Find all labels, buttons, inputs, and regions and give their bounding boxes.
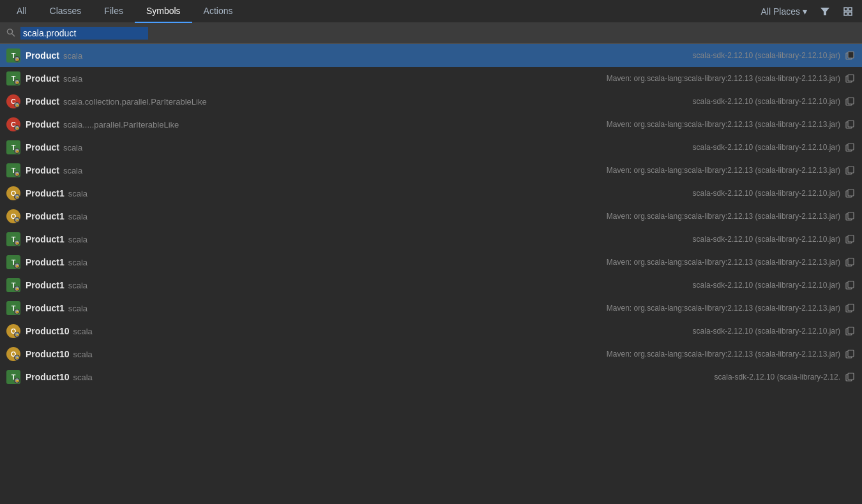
result-row[interactable]: T🔒ProductscalaMaven: org.scala-lang:scal… xyxy=(0,159,862,182)
tab-classes[interactable]: Classes xyxy=(38,0,93,23)
result-row[interactable]: O🔒Product10scalaMaven: org.scala-lang:sc… xyxy=(0,343,862,366)
copy-path-icon[interactable] xyxy=(844,279,856,291)
result-location: Maven: org.scala-lang:scala-library:2.12… xyxy=(607,350,840,359)
svg-rect-34 xyxy=(848,350,854,357)
lock-badge-icon: 🔒 xyxy=(14,171,20,177)
result-qualifier: scala.collection.parallel.ParIterableLik… xyxy=(63,97,207,107)
result-type-icon: T🔒 xyxy=(6,232,20,246)
result-row[interactable]: O🔒Product10scalascala-sdk-2.12.10 (scala… xyxy=(0,320,862,343)
result-qualifier: scala xyxy=(68,304,87,313)
svg-rect-24 xyxy=(848,235,854,242)
result-type-icon: T🔒 xyxy=(6,278,20,292)
result-type-icon: O🔒 xyxy=(6,209,20,223)
result-row[interactable]: C🔒Productscala.....parallel.ParIterableL… xyxy=(0,113,862,136)
result-row[interactable]: O🔒Product1scalascala-sdk-2.12.10 (scala-… xyxy=(0,182,862,205)
result-row[interactable]: T🔒Productscalascala-sdk-2.12.10 (scala-l… xyxy=(0,44,862,67)
result-location: scala-sdk-2.12.10 (scala-library-2.12.10… xyxy=(693,189,840,198)
result-qualifier: scala xyxy=(63,166,82,175)
all-places-button[interactable]: All Places ▾ xyxy=(757,4,811,19)
copy-path-icon[interactable] xyxy=(844,188,856,199)
copy-path-icon[interactable] xyxy=(844,302,856,314)
svg-rect-30 xyxy=(848,304,854,311)
tab-all[interactable]: All xyxy=(5,0,38,23)
result-row[interactable]: T🔒Product10scalascala-sdk-2.12.10 (scala… xyxy=(0,366,862,389)
copy-path-icon[interactable] xyxy=(844,96,856,107)
search-input[interactable] xyxy=(20,27,148,40)
result-row[interactable]: T🔒Productscalascala-sdk-2.12.10 (scala-l… xyxy=(0,136,862,159)
tab-actions[interactable]: Actions xyxy=(192,0,245,23)
result-type-icon: T🔒 xyxy=(6,140,20,154)
tab-files[interactable]: Files xyxy=(93,0,135,23)
copy-path-icon[interactable] xyxy=(844,256,856,268)
result-location: scala-sdk-2.12.10 (scala-library-2.12.10… xyxy=(693,143,840,152)
svg-rect-18 xyxy=(848,167,854,173)
lock-badge-icon: 🔒 xyxy=(14,102,20,108)
result-name: Product xyxy=(26,142,59,152)
result-name: Product10 xyxy=(26,372,69,382)
svg-line-6 xyxy=(12,33,15,36)
result-location: scala-sdk-2.12.10 (scala-library-2.12.10… xyxy=(693,235,840,244)
lock-badge-icon: 🔒 xyxy=(14,286,20,292)
svg-rect-32 xyxy=(848,327,854,334)
lock-badge-icon: 🔒 xyxy=(14,125,20,131)
lock-badge-icon: 🔒 xyxy=(14,332,20,337)
result-name: Product10 xyxy=(26,326,69,336)
expand-button[interactable] xyxy=(839,3,857,20)
result-qualifier: scala xyxy=(73,350,92,359)
copy-path-icon[interactable] xyxy=(844,142,856,153)
svg-rect-10 xyxy=(848,75,854,81)
copy-path-icon[interactable] xyxy=(844,348,856,360)
copy-path-icon[interactable] xyxy=(844,325,856,337)
copy-path-icon[interactable] xyxy=(844,211,856,222)
copy-path-icon[interactable] xyxy=(844,73,856,84)
search-icon xyxy=(6,28,15,39)
results-list: T🔒Productscalascala-sdk-2.12.10 (scala-l… xyxy=(0,44,862,500)
result-location: scala-sdk-2.12.10 (scala-library-2.12. xyxy=(715,373,840,382)
result-type-icon: T🔒 xyxy=(6,255,20,269)
result-type-icon: T🔒 xyxy=(6,370,20,384)
result-type-icon: O🔒 xyxy=(6,347,20,361)
svg-rect-3 xyxy=(844,12,847,15)
svg-rect-22 xyxy=(848,212,854,219)
result-name: Product xyxy=(26,165,59,175)
result-name: Product xyxy=(26,96,59,107)
svg-rect-8 xyxy=(848,52,854,58)
result-location: scala-sdk-2.12.10 (scala-library-2.12.10… xyxy=(693,327,840,336)
result-row[interactable]: C🔒Productscala.collection.parallel.ParIt… xyxy=(0,90,862,113)
result-row[interactable]: O🔒Product1scalaMaven: org.scala-lang:sca… xyxy=(0,205,862,228)
copy-path-icon[interactable] xyxy=(844,119,856,130)
result-qualifier: scala xyxy=(68,281,87,290)
result-location: Maven: org.scala-lang:scala-library:2.12… xyxy=(607,74,840,83)
result-name: Product10 xyxy=(26,349,69,359)
result-qualifier: scala xyxy=(73,373,92,382)
svg-rect-28 xyxy=(848,281,854,288)
result-row[interactable]: T🔒Product1scalaMaven: org.scala-lang:sca… xyxy=(0,297,862,320)
svg-rect-36 xyxy=(848,373,854,380)
copy-path-icon[interactable] xyxy=(844,371,856,383)
tab-symbols[interactable]: Symbols xyxy=(135,0,192,23)
lock-badge-icon: 🔒 xyxy=(14,148,20,154)
filter-button[interactable] xyxy=(816,3,834,20)
lock-badge-icon: 🔒 xyxy=(14,217,20,223)
copy-path-icon[interactable] xyxy=(844,165,856,176)
result-name: Product xyxy=(26,50,59,61)
svg-marker-0 xyxy=(820,8,829,15)
result-qualifier: scala xyxy=(73,327,92,336)
result-row[interactable]: T🔒Product1scalascala-sdk-2.12.10 (scala-… xyxy=(0,228,862,251)
svg-rect-4 xyxy=(849,12,852,15)
tab-right-controls: All Places ▾ xyxy=(757,3,857,20)
result-location: Maven: org.scala-lang:scala-library:2.12… xyxy=(607,304,840,313)
copy-path-icon[interactable] xyxy=(844,233,856,245)
copy-path-icon[interactable] xyxy=(844,50,856,61)
result-qualifier: scala xyxy=(68,212,87,221)
result-location: scala-sdk-2.12.10 (scala-library-2.12.10… xyxy=(693,281,840,290)
result-qualifier: scala xyxy=(68,235,87,244)
result-row[interactable]: T🔒ProductscalaMaven: org.scala-lang:scal… xyxy=(0,67,862,90)
result-row[interactable]: T🔒Product1scalaMaven: org.scala-lang:sca… xyxy=(0,251,862,274)
result-type-icon: O🔒 xyxy=(6,186,20,200)
result-qualifier: scala xyxy=(63,74,82,84)
result-name: Product1 xyxy=(26,280,64,290)
result-qualifier: scala xyxy=(63,143,82,152)
svg-rect-14 xyxy=(848,121,854,127)
result-row[interactable]: T🔒Product1scalascala-sdk-2.12.10 (scala-… xyxy=(0,274,862,297)
